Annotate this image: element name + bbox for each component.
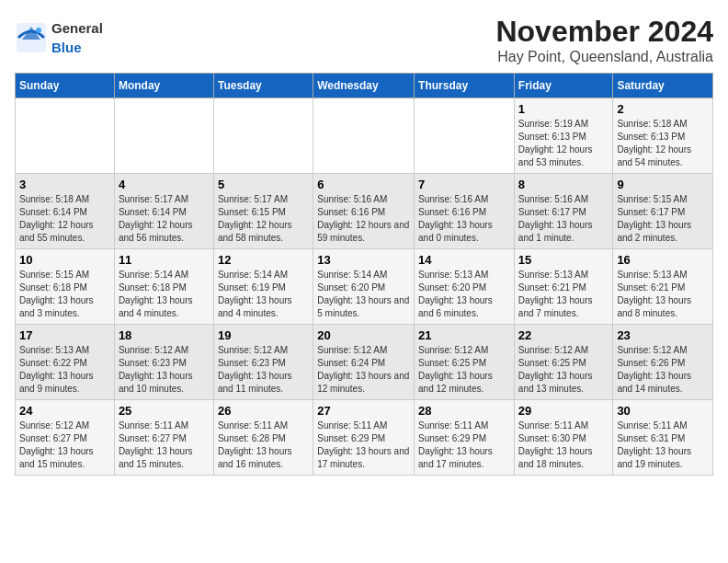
day-number: 2 [617,102,709,116]
calendar-cell: 17Sunrise: 5:13 AM Sunset: 6:22 PM Dayli… [16,325,115,400]
calendar-cell [313,98,415,174]
title-block: November 2024 Hay Point, Queensland, Aus… [495,15,713,65]
calendar-cell: 29Sunrise: 5:11 AM Sunset: 6:30 PM Dayli… [514,400,613,476]
day-number: 28 [418,404,510,418]
day-number: 27 [317,404,410,418]
page-header: General Blue November 2024 Hay Point, Qu… [15,15,713,65]
day-number: 29 [518,404,609,418]
day-info: Sunrise: 5:11 AM Sunset: 6:29 PM Dayligh… [317,419,410,471]
day-info: Sunrise: 5:11 AM Sunset: 6:28 PM Dayligh… [218,419,309,471]
calendar-cell: 23Sunrise: 5:12 AM Sunset: 6:26 PM Dayli… [613,325,713,400]
calendar-cell: 8Sunrise: 5:16 AM Sunset: 6:17 PM Daylig… [514,174,613,249]
calendar-week-2: 3Sunrise: 5:18 AM Sunset: 6:14 PM Daylig… [16,174,713,249]
calendar-cell [415,98,515,174]
day-number: 30 [617,404,709,418]
day-number: 1 [518,102,609,116]
day-info: Sunrise: 5:11 AM Sunset: 6:29 PM Dayligh… [418,419,510,471]
calendar-cell: 21Sunrise: 5:12 AM Sunset: 6:25 PM Dayli… [415,325,515,400]
day-info: Sunrise: 5:12 AM Sunset: 6:25 PM Dayligh… [518,344,609,396]
col-header-tuesday: Tuesday [213,74,313,98]
day-info: Sunrise: 5:11 AM Sunset: 6:27 PM Dayligh… [119,419,210,471]
day-info: Sunrise: 5:12 AM Sunset: 6:23 PM Dayligh… [119,344,210,396]
day-info: Sunrise: 5:13 AM Sunset: 6:21 PM Dayligh… [518,269,609,320]
calendar-cell: 14Sunrise: 5:13 AM Sunset: 6:20 PM Dayli… [415,249,515,325]
calendar-cell: 5Sunrise: 5:17 AM Sunset: 6:15 PM Daylig… [213,174,313,249]
day-number: 22 [518,328,609,342]
day-number: 8 [518,178,609,191]
day-info: Sunrise: 5:16 AM Sunset: 6:17 PM Dayligh… [518,193,609,245]
day-info: Sunrise: 5:11 AM Sunset: 6:31 PM Dayligh… [617,419,709,471]
day-info: Sunrise: 5:13 AM Sunset: 6:21 PM Dayligh… [617,269,709,320]
calendar-week-5: 24Sunrise: 5:12 AM Sunset: 6:27 PM Dayli… [16,400,713,476]
col-header-sunday: Sunday [16,74,115,98]
day-number: 25 [119,404,210,418]
day-number: 19 [218,328,309,342]
day-number: 9 [617,178,709,191]
calendar-cell [114,98,213,174]
day-number: 10 [19,253,110,267]
calendar-cell: 19Sunrise: 5:12 AM Sunset: 6:23 PM Dayli… [213,325,313,400]
day-number: 6 [317,178,410,191]
calendar-cell: 6Sunrise: 5:16 AM Sunset: 6:16 PM Daylig… [313,174,415,249]
col-header-wednesday: Wednesday [313,74,415,98]
logo: General Blue [15,18,103,57]
day-info: Sunrise: 5:12 AM Sunset: 6:24 PM Dayligh… [317,344,410,396]
day-info: Sunrise: 5:17 AM Sunset: 6:14 PM Dayligh… [119,193,210,245]
day-number: 3 [19,178,110,191]
col-header-saturday: Saturday [613,74,713,98]
day-number: 11 [119,253,210,267]
calendar-week-1: 1Sunrise: 5:19 AM Sunset: 6:13 PM Daylig… [16,98,713,174]
calendar-cell: 4Sunrise: 5:17 AM Sunset: 6:14 PM Daylig… [114,174,213,249]
day-number: 21 [418,328,510,342]
calendar-cell: 1Sunrise: 5:19 AM Sunset: 6:13 PM Daylig… [514,98,613,174]
day-number: 4 [119,178,210,191]
calendar-cell: 27Sunrise: 5:11 AM Sunset: 6:29 PM Dayli… [313,400,415,476]
calendar-table: SundayMondayTuesdayWednesdayThursdayFrid… [15,73,713,476]
day-info: Sunrise: 5:16 AM Sunset: 6:16 PM Dayligh… [317,193,410,245]
day-number: 18 [119,328,210,342]
calendar-cell: 28Sunrise: 5:11 AM Sunset: 6:29 PM Dayli… [415,400,515,476]
day-number: 15 [518,253,609,267]
calendar-cell: 11Sunrise: 5:14 AM Sunset: 6:18 PM Dayli… [114,249,213,325]
day-number: 13 [317,253,410,267]
calendar-cell [213,98,313,174]
day-info: Sunrise: 5:14 AM Sunset: 6:20 PM Dayligh… [317,269,410,320]
day-info: Sunrise: 5:12 AM Sunset: 6:27 PM Dayligh… [19,419,110,471]
day-info: Sunrise: 5:13 AM Sunset: 6:20 PM Dayligh… [418,269,510,320]
day-number: 16 [617,253,709,267]
calendar-cell: 30Sunrise: 5:11 AM Sunset: 6:31 PM Dayli… [613,400,713,476]
day-info: Sunrise: 5:14 AM Sunset: 6:19 PM Dayligh… [218,269,309,320]
svg-point-1 [36,28,41,33]
day-number: 23 [617,328,709,342]
day-number: 7 [418,178,510,191]
calendar-week-3: 10Sunrise: 5:15 AM Sunset: 6:18 PM Dayli… [16,249,713,325]
col-header-thursday: Thursday [415,74,515,98]
calendar-cell: 3Sunrise: 5:18 AM Sunset: 6:14 PM Daylig… [16,174,115,249]
day-info: Sunrise: 5:18 AM Sunset: 6:14 PM Dayligh… [19,193,110,245]
day-number: 12 [218,253,309,267]
logo-text-general: General [51,20,103,36]
calendar-cell: 7Sunrise: 5:16 AM Sunset: 6:16 PM Daylig… [415,174,515,249]
calendar-cell: 2Sunrise: 5:18 AM Sunset: 6:13 PM Daylig… [613,98,713,174]
calendar-cell: 15Sunrise: 5:13 AM Sunset: 6:21 PM Dayli… [514,249,613,325]
col-header-friday: Friday [514,74,613,98]
calendar-cell: 16Sunrise: 5:13 AM Sunset: 6:21 PM Dayli… [613,249,713,325]
day-info: Sunrise: 5:15 AM Sunset: 6:17 PM Dayligh… [617,193,709,245]
day-info: Sunrise: 5:19 AM Sunset: 6:13 PM Dayligh… [518,118,609,169]
calendar-cell: 18Sunrise: 5:12 AM Sunset: 6:23 PM Dayli… [114,325,213,400]
day-info: Sunrise: 5:15 AM Sunset: 6:18 PM Dayligh… [19,269,110,320]
day-number: 26 [218,404,309,418]
calendar-cell: 26Sunrise: 5:11 AM Sunset: 6:28 PM Dayli… [213,400,313,476]
calendar-cell: 9Sunrise: 5:15 AM Sunset: 6:17 PM Daylig… [613,174,713,249]
logo-icon [15,21,48,54]
col-header-monday: Monday [114,74,213,98]
day-number: 17 [19,328,110,342]
calendar-cell: 13Sunrise: 5:14 AM Sunset: 6:20 PM Dayli… [313,249,415,325]
calendar-cell: 20Sunrise: 5:12 AM Sunset: 6:24 PM Dayli… [313,325,415,400]
calendar-header-row: SundayMondayTuesdayWednesdayThursdayFrid… [16,74,713,98]
calendar-cell: 25Sunrise: 5:11 AM Sunset: 6:27 PM Dayli… [114,400,213,476]
calendar-cell: 10Sunrise: 5:15 AM Sunset: 6:18 PM Dayli… [16,249,115,325]
day-info: Sunrise: 5:16 AM Sunset: 6:16 PM Dayligh… [418,193,510,245]
calendar-cell: 12Sunrise: 5:14 AM Sunset: 6:19 PM Dayli… [213,249,313,325]
day-info: Sunrise: 5:14 AM Sunset: 6:18 PM Dayligh… [119,269,210,320]
